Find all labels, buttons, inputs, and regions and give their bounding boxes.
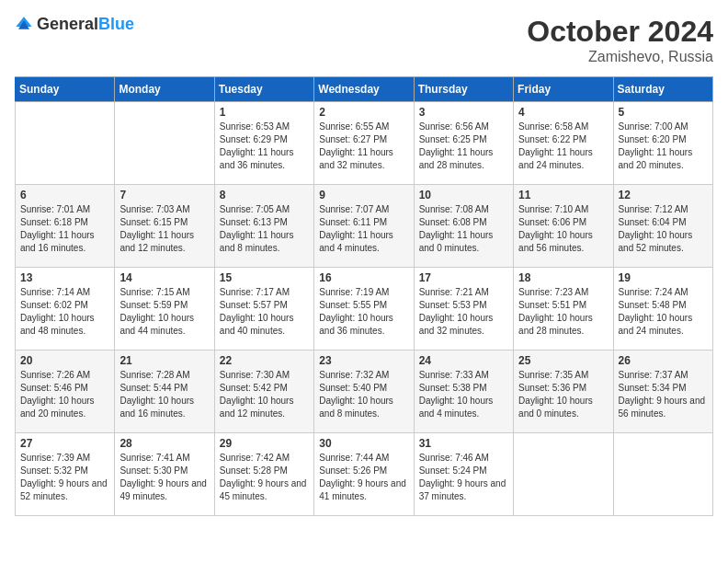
calendar-cell: 9Sunrise: 7:07 AM Sunset: 6:11 PM Daylig… (314, 185, 414, 268)
day-info: Sunrise: 7:17 AM Sunset: 5:57 PM Dayligh… (220, 286, 309, 338)
weekday-header-friday: Friday (514, 77, 613, 102)
title-block: October 2024 Zamishevo, Russia (527, 15, 713, 65)
calendar-cell: 10Sunrise: 7:08 AM Sunset: 6:08 PM Dayli… (414, 185, 513, 268)
calendar-cell: 3Sunrise: 6:56 AM Sunset: 6:25 PM Daylig… (414, 102, 513, 185)
day-number: 26 (619, 354, 708, 367)
day-number: 18 (518, 271, 608, 284)
calendar-week-1: 1Sunrise: 6:53 AM Sunset: 6:29 PM Daylig… (16, 102, 713, 185)
calendar-body: 1Sunrise: 6:53 AM Sunset: 6:29 PM Daylig… (16, 102, 713, 516)
calendar-cell: 4Sunrise: 6:58 AM Sunset: 6:22 PM Daylig… (514, 102, 613, 185)
calendar-week-5: 27Sunrise: 7:39 AM Sunset: 5:32 PM Dayli… (16, 433, 713, 516)
day-number: 15 (220, 271, 309, 284)
day-number: 2 (319, 106, 408, 119)
logo-icon (15, 16, 33, 34)
day-info: Sunrise: 6:55 AM Sunset: 6:27 PM Dayligh… (319, 121, 408, 172)
calendar-table: SundayMondayTuesdayWednesdayThursdayFrid… (15, 76, 713, 516)
weekday-header-saturday: Saturday (613, 77, 712, 102)
day-number: 13 (20, 271, 109, 284)
day-number: 27 (20, 437, 109, 450)
calendar-cell: 14Sunrise: 7:15 AM Sunset: 5:59 PM Dayli… (115, 268, 214, 350)
day-info: Sunrise: 7:00 AM Sunset: 6:20 PM Dayligh… (619, 121, 708, 172)
day-number: 3 (419, 106, 508, 119)
calendar-cell: 21Sunrise: 7:28 AM Sunset: 5:44 PM Dayli… (115, 350, 214, 433)
day-number: 5 (619, 106, 708, 119)
day-info: Sunrise: 7:26 AM Sunset: 5:46 PM Dayligh… (20, 369, 109, 420)
calendar-cell: 30Sunrise: 7:44 AM Sunset: 5:26 PM Dayli… (314, 433, 414, 516)
weekday-header-sunday: Sunday (16, 77, 115, 102)
day-number: 23 (319, 354, 408, 367)
day-number: 25 (518, 354, 608, 367)
calendar-cell (16, 102, 115, 185)
calendar-cell: 19Sunrise: 7:24 AM Sunset: 5:48 PM Dayli… (613, 268, 712, 350)
day-info: Sunrise: 7:15 AM Sunset: 5:59 PM Dayligh… (119, 286, 209, 338)
day-info: Sunrise: 7:24 AM Sunset: 5:48 PM Dayligh… (619, 286, 708, 338)
calendar-week-4: 20Sunrise: 7:26 AM Sunset: 5:46 PM Dayli… (16, 350, 713, 433)
calendar-cell: 11Sunrise: 7:10 AM Sunset: 6:06 PM Dayli… (514, 185, 613, 268)
day-number: 7 (119, 189, 209, 201)
calendar-cell: 13Sunrise: 7:14 AM Sunset: 6:02 PM Dayli… (16, 268, 115, 350)
logo: GeneralBlue (15, 15, 134, 34)
day-number: 14 (119, 271, 209, 284)
calendar-cell: 6Sunrise: 7:01 AM Sunset: 6:18 PM Daylig… (16, 185, 115, 268)
day-number: 16 (319, 271, 408, 284)
day-info: Sunrise: 7:23 AM Sunset: 5:51 PM Dayligh… (518, 286, 608, 338)
day-number: 31 (419, 437, 508, 450)
calendar-cell: 31Sunrise: 7:46 AM Sunset: 5:24 PM Dayli… (414, 433, 513, 516)
day-number: 29 (220, 437, 309, 450)
day-number: 1 (220, 106, 309, 119)
calendar-week-3: 13Sunrise: 7:14 AM Sunset: 6:02 PM Dayli… (16, 268, 713, 350)
calendar-cell (115, 102, 214, 185)
calendar-cell: 29Sunrise: 7:42 AM Sunset: 5:28 PM Dayli… (214, 433, 313, 516)
location-title: Zamishevo, Russia (527, 49, 713, 65)
calendar-cell: 20Sunrise: 7:26 AM Sunset: 5:46 PM Dayli… (16, 350, 115, 433)
day-info: Sunrise: 7:37 AM Sunset: 5:34 PM Dayligh… (619, 369, 708, 420)
day-number: 20 (20, 354, 109, 367)
calendar-cell: 23Sunrise: 7:32 AM Sunset: 5:40 PM Dayli… (314, 350, 414, 433)
calendar-cell (514, 433, 613, 516)
day-number: 22 (220, 354, 309, 367)
day-info: Sunrise: 6:56 AM Sunset: 6:25 PM Dayligh… (419, 121, 508, 172)
calendar-cell: 2Sunrise: 6:55 AM Sunset: 6:27 PM Daylig… (314, 102, 414, 185)
day-info: Sunrise: 7:19 AM Sunset: 5:55 PM Dayligh… (319, 286, 408, 338)
day-info: Sunrise: 7:41 AM Sunset: 5:30 PM Dayligh… (119, 452, 209, 503)
day-number: 4 (518, 106, 608, 119)
day-info: Sunrise: 7:39 AM Sunset: 5:32 PM Dayligh… (20, 452, 109, 503)
calendar-cell: 16Sunrise: 7:19 AM Sunset: 5:55 PM Dayli… (314, 268, 414, 350)
day-info: Sunrise: 7:30 AM Sunset: 5:42 PM Dayligh… (220, 369, 309, 420)
month-title: October 2024 (527, 15, 713, 49)
day-number: 21 (119, 354, 209, 367)
calendar-week-2: 6Sunrise: 7:01 AM Sunset: 6:18 PM Daylig… (16, 185, 713, 268)
day-info: Sunrise: 7:10 AM Sunset: 6:06 PM Dayligh… (518, 203, 608, 255)
calendar-cell: 7Sunrise: 7:03 AM Sunset: 6:15 PM Daylig… (115, 185, 214, 268)
day-info: Sunrise: 7:32 AM Sunset: 5:40 PM Dayligh… (319, 369, 408, 420)
calendar-cell: 5Sunrise: 7:00 AM Sunset: 6:20 PM Daylig… (613, 102, 712, 185)
weekday-header-row: SundayMondayTuesdayWednesdayThursdayFrid… (16, 77, 713, 102)
day-info: Sunrise: 7:03 AM Sunset: 6:15 PM Dayligh… (119, 203, 209, 255)
calendar-cell: 24Sunrise: 7:33 AM Sunset: 5:38 PM Dayli… (414, 350, 513, 433)
calendar-cell (613, 433, 712, 516)
day-info: Sunrise: 7:35 AM Sunset: 5:36 PM Dayligh… (518, 369, 608, 420)
day-info: Sunrise: 7:14 AM Sunset: 6:02 PM Dayligh… (20, 286, 109, 338)
day-number: 28 (119, 437, 209, 450)
day-info: Sunrise: 7:46 AM Sunset: 5:24 PM Dayligh… (419, 452, 508, 503)
day-number: 8 (220, 189, 309, 201)
day-info: Sunrise: 6:58 AM Sunset: 6:22 PM Dayligh… (518, 121, 608, 172)
day-info: Sunrise: 7:12 AM Sunset: 6:04 PM Dayligh… (619, 203, 708, 255)
day-info: Sunrise: 7:44 AM Sunset: 5:26 PM Dayligh… (319, 452, 408, 503)
weekday-header-tuesday: Tuesday (214, 77, 313, 102)
day-info: Sunrise: 7:28 AM Sunset: 5:44 PM Dayligh… (119, 369, 209, 420)
day-info: Sunrise: 7:07 AM Sunset: 6:11 PM Dayligh… (319, 203, 408, 255)
day-number: 19 (619, 271, 708, 284)
day-number: 12 (619, 189, 708, 201)
day-info: Sunrise: 7:33 AM Sunset: 5:38 PM Dayligh… (419, 369, 508, 420)
calendar-cell: 18Sunrise: 7:23 AM Sunset: 5:51 PM Dayli… (514, 268, 613, 350)
calendar-cell: 12Sunrise: 7:12 AM Sunset: 6:04 PM Dayli… (613, 185, 712, 268)
day-number: 9 (319, 189, 408, 201)
day-info: Sunrise: 6:53 AM Sunset: 6:29 PM Dayligh… (220, 121, 309, 172)
calendar-cell: 22Sunrise: 7:30 AM Sunset: 5:42 PM Dayli… (214, 350, 313, 433)
day-info: Sunrise: 7:01 AM Sunset: 6:18 PM Dayligh… (20, 203, 109, 255)
calendar-cell: 8Sunrise: 7:05 AM Sunset: 6:13 PM Daylig… (214, 185, 313, 268)
day-number: 10 (419, 189, 508, 201)
calendar-cell: 25Sunrise: 7:35 AM Sunset: 5:36 PM Dayli… (514, 350, 613, 433)
day-info: Sunrise: 7:08 AM Sunset: 6:08 PM Dayligh… (419, 203, 508, 255)
